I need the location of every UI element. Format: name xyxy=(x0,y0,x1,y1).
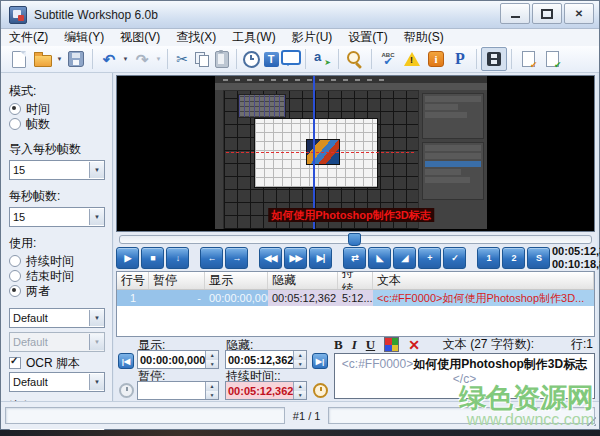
duration-spinner[interactable]: 00:05:12,362 ▲▼ xyxy=(225,381,307,400)
text-tools-button[interactable]: T xyxy=(261,48,281,70)
use-both-option[interactable]: 两者 xyxy=(9,284,112,298)
repeat-button[interactable]: ⇄ xyxy=(343,247,366,269)
menu-search[interactable]: 查找(X) xyxy=(168,29,224,46)
ocr-script-option[interactable]: OCR 脚本 xyxy=(9,356,112,370)
radio-final-time[interactable] xyxy=(9,270,21,282)
pause-down-arrow[interactable]: ▼ xyxy=(206,391,218,400)
show-down-arrow[interactable]: ▼ xyxy=(206,360,218,369)
redo-dropdown-arrow[interactable]: ▼ xyxy=(154,56,163,62)
input-fps-select[interactable]: 15 ▼ xyxy=(9,160,105,180)
header-line[interactable]: 行号 xyxy=(117,272,149,289)
fps-select[interactable]: 15 ▼ xyxy=(9,207,105,227)
play-rate-button[interactable]: ▶| xyxy=(309,247,332,269)
sync-button[interactable]: S xyxy=(527,247,550,269)
underline-button[interactable]: U xyxy=(366,338,375,351)
seek-bar[interactable] xyxy=(116,233,595,245)
header-duration[interactable]: 持续... xyxy=(338,272,373,289)
header-pause[interactable]: 暂停 xyxy=(149,272,205,289)
sync-point-1-button[interactable]: 1 xyxy=(477,247,500,269)
header-show[interactable]: 显示 xyxy=(205,272,268,289)
information-button[interactable] xyxy=(424,48,448,70)
radio-both[interactable] xyxy=(9,285,21,297)
copy-button[interactable] xyxy=(192,48,212,70)
video-preview[interactable]: 如何使用Photoshop制作3D标志 xyxy=(116,75,595,232)
table-row[interactable]: 1 - 00:00:00,000 00:05:12,362 5:12... <c… xyxy=(117,290,594,306)
maximize-button[interactable] xyxy=(532,3,562,24)
mode-time-option[interactable]: 时间 xyxy=(9,102,112,116)
stop-button[interactable]: ■ xyxy=(141,247,164,269)
jump-to-end-button[interactable]: ▶| xyxy=(312,353,328,369)
next-subtitle-button[interactable]: → xyxy=(225,247,248,269)
mode-frames-option[interactable]: 帧数 xyxy=(9,117,112,131)
ocr-script-dropdown-arrow[interactable]: ▼ xyxy=(89,374,104,390)
paste-button[interactable] xyxy=(212,48,232,70)
show-up-arrow[interactable]: ▲ xyxy=(206,351,218,360)
menu-view[interactable]: 视图(V) xyxy=(112,29,168,46)
menu-help[interactable]: 帮助(S) xyxy=(396,29,452,46)
menu-movie[interactable]: 影片(U) xyxy=(284,29,341,46)
cut-button[interactable]: ✂ xyxy=(172,48,192,70)
pause-spinner[interactable]: ▲▼ xyxy=(137,381,219,400)
menu-edit[interactable]: 编辑(Y) xyxy=(56,29,112,46)
hide-time-value[interactable]: 00:05:12,362 xyxy=(226,351,293,368)
duration-clock-icon[interactable] xyxy=(313,383,328,398)
subtitle-tools-button[interactable] xyxy=(281,48,301,70)
rewind-button[interactable]: ◀◀ xyxy=(259,247,282,269)
save-button[interactable] xyxy=(64,48,88,70)
fps-dropdown-arrow[interactable]: ▼ xyxy=(89,209,104,225)
ocr-script-check-button[interactable] xyxy=(516,48,540,70)
ocr-script-select[interactable]: Default ▼ xyxy=(9,372,105,392)
ocr-script-checkbox[interactable] xyxy=(9,357,21,369)
time-tools-button[interactable] xyxy=(241,48,261,70)
move-subtitle-end-button[interactable]: ◢ xyxy=(393,247,416,269)
minimize-button[interactable] xyxy=(500,3,530,24)
pause-up-arrow[interactable]: ▲ xyxy=(206,382,218,391)
color-palette-icon[interactable] xyxy=(384,337,399,352)
set-start-time-button[interactable]: + xyxy=(418,247,441,269)
search-button[interactable] xyxy=(343,48,367,70)
play-button[interactable]: ▶ xyxy=(116,247,139,269)
pause-value[interactable] xyxy=(138,382,205,399)
radio-time[interactable] xyxy=(9,103,21,115)
show-time-value[interactable]: 00:00:00,000 xyxy=(138,351,205,368)
set-end-time-button[interactable]: ✓ xyxy=(443,247,466,269)
pascal-scripts-button[interactable]: P xyxy=(448,48,472,70)
use-final-time-option[interactable]: 结束时间 xyxy=(9,269,112,283)
hide-up-arrow[interactable]: ▲ xyxy=(294,351,306,360)
use-duration-option[interactable]: 持续时间 xyxy=(9,254,112,268)
warnings-button[interactable] xyxy=(400,48,424,70)
clear-format-button[interactable]: ✕ xyxy=(408,338,420,352)
new-file-button[interactable] xyxy=(7,48,31,70)
spell-check-button[interactable] xyxy=(376,48,400,70)
input-fps-dropdown-arrow[interactable]: ▼ xyxy=(89,162,104,178)
script-check-button[interactable] xyxy=(540,48,564,70)
header-text[interactable]: 文本 xyxy=(373,272,594,289)
italic-button[interactable]: I xyxy=(352,338,357,351)
duration-up-arrow[interactable]: ▲ xyxy=(294,382,306,391)
show-time-spinner[interactable]: 00:00:00,000 ▲▼ xyxy=(137,350,219,369)
redo-button[interactable]: ↷ xyxy=(130,48,154,70)
radio-duration[interactable] xyxy=(9,255,21,267)
header-hide[interactable]: 隐藏 xyxy=(268,272,338,289)
menu-file[interactable]: 文件(Z) xyxy=(1,29,56,46)
jump-to-start-button[interactable]: |◀ xyxy=(118,353,134,369)
forward-button[interactable]: ▶▶ xyxy=(284,247,307,269)
subtitle-text-input[interactable]: <c:#FF0000>如何使用Photoshop制作3D标志 </c> xyxy=(334,353,595,399)
radio-frames[interactable] xyxy=(9,118,21,130)
close-button[interactable] xyxy=(564,3,594,24)
sync-point-2-button[interactable]: 2 xyxy=(502,247,525,269)
prev-subtitle-button[interactable]: ← xyxy=(200,247,223,269)
open-dropdown-arrow[interactable]: ▼ xyxy=(55,56,64,62)
duration-value[interactable]: 00:05:12,362 xyxy=(226,382,293,399)
menu-settings[interactable]: 设置(T) xyxy=(340,29,395,46)
hide-time-spinner[interactable]: 00:05:12,362 ▲▼ xyxy=(225,350,307,369)
duration-down-arrow[interactable]: ▼ xyxy=(294,391,306,400)
move-subtitle-start-button[interactable]: ◣ xyxy=(368,247,391,269)
open-file-button[interactable] xyxy=(31,48,55,70)
menu-tools[interactable]: 工具(W) xyxy=(224,29,283,46)
hide-down-arrow[interactable]: ▼ xyxy=(294,360,306,369)
translate-button[interactable] xyxy=(310,48,334,70)
scroll-list-button[interactable]: ↓ xyxy=(166,247,189,269)
bold-button[interactable]: B xyxy=(334,338,343,351)
charset-primary-select[interactable]: Default ▼ xyxy=(9,308,105,328)
